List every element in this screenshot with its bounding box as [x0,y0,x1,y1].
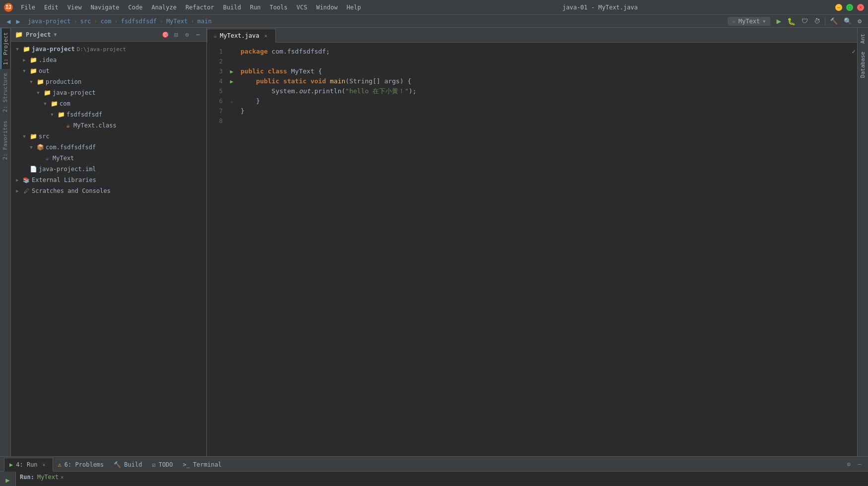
tab-todo[interactable]: ☑ TODO [147,457,178,471]
tree-label-scratches: Scratches and Consoles [32,187,111,194]
menu-build[interactable]: Build [219,3,245,12]
favorites-tab[interactable]: 2: Favorites [1,117,9,164]
code-line-4: public static void main(String[] args) { [237,76,850,86]
tree-arrow-idea: ▶ [21,57,28,63]
mytext-run-tab[interactable]: MyText [37,474,59,481]
run-tab-label: 4: Run [16,461,37,468]
search-everywhere-icon[interactable]: 🔍 [844,17,852,25]
tab-terminal[interactable]: >_ Terminal [178,457,227,471]
bottom-minimize-button[interactable]: – [855,460,864,469]
breadcrumb-src[interactable]: src [80,18,91,25]
tab-build[interactable]: 🔨 Build [109,457,147,471]
menu-file[interactable]: File [17,3,39,12]
menu-help[interactable]: Help [343,3,365,12]
run-gutter-line-4[interactable]: ▶ [227,76,237,86]
minimize-button[interactable]: – [835,4,842,11]
tab-run[interactable]: ▶ 4: Run × [4,458,53,472]
tree-label-idea: .idea [39,57,57,63]
title-bar: IJ File Edit View Navigate Code Analyze … [0,0,868,15]
nav-forward-icon[interactable]: ▶ [16,17,20,25]
breadcrumb-class[interactable]: MyText [166,18,187,25]
run-config-dropdown-icon: ▼ [763,19,765,24]
tree-item-mytext-class[interactable]: ▶ ☕ MyText.class [11,120,206,131]
window-title: java-01 - MyText.java [365,4,835,11]
run-gutter-line-3[interactable]: ▶ [227,66,237,76]
run-tab-close[interactable]: × [41,461,48,468]
ant-panel-tab[interactable]: Ant [859,30,867,48]
todo-tab-icon: ☑ [152,461,155,468]
run-tab-icon: ▶ [9,461,13,468]
scratches-icon: 🖊 [22,187,30,195]
tree-item-com-package[interactable]: ▼ 📦 com.fsdfsdfsdf [11,142,206,153]
editor-tab-mytext[interactable]: ☕ MyText.java × [207,29,276,43]
breadcrumb-package[interactable]: fsdfsdfsdf [121,18,157,25]
package-icon: 📦 [36,143,44,151]
menu-window[interactable]: Window [312,3,341,12]
tree-label-iml: java-project.iml [39,166,96,173]
tab-close-button[interactable]: × [262,32,269,39]
breakpoint-gutter-6[interactable]: ⬦ [227,96,237,106]
tree-item-out[interactable]: ▼ 📁 out [11,65,206,76]
tree-item-idea[interactable]: ▶ 📁 .idea [11,55,206,65]
gutter-line-5 [227,86,237,96]
menu-run[interactable]: Run [246,3,265,12]
tree-item-com[interactable]: ▼ 📁 com [11,98,206,109]
folder-icon-root: 📁 [22,45,30,53]
run-button[interactable]: ▶ [777,16,782,26]
run-with-coverage-button[interactable]: 🛡 [802,17,808,25]
library-icon: 📚 [22,176,30,184]
run-tab-x[interactable]: × [61,475,63,480]
breadcrumb-method[interactable]: main [197,18,212,25]
breadcrumb-java-project[interactable]: java-project [28,18,71,25]
tree-item-src[interactable]: ▼ 📁 src [11,131,206,142]
run-config-selector[interactable]: ☕ MyText ▼ [728,17,770,26]
database-panel-tab[interactable]: Database [859,48,867,82]
tree-item-root[interactable]: ▼ 📁 java-project D:\java-project [11,44,206,55]
tree-item-scratches[interactable]: ▶ 🖊 Scratches and Consoles [11,185,206,196]
tree-item-production[interactable]: ▼ 📁 production [11,76,206,87]
tree-item-fsdfsdfsdf-out[interactable]: ▼ 📁 fsdfsdfsdf [11,109,206,120]
project-dropdown-icon[interactable]: ▼ [54,32,57,37]
menu-refactor[interactable]: Refactor [182,3,218,12]
menu-edit[interactable]: Edit [40,3,62,12]
menu-bar[interactable]: File Edit View Navigate Code Analyze Ref… [17,3,365,12]
settings-button[interactable]: ⚙ [183,30,191,39]
code-content[interactable]: package com.fsdfsdfsdf; public class MyT… [237,43,850,456]
build-button[interactable]: 🔨 [830,17,838,25]
tree-arrow-java-project-inner: ▼ [35,89,42,96]
tree-label-src: src [39,133,50,140]
tree-item-mytext-java[interactable]: ▶ ☕ MyText [11,153,206,164]
menu-code[interactable]: Code [124,3,147,12]
hide-panel-button[interactable]: – [193,30,202,39]
maximize-button[interactable]: □ [846,4,853,11]
menu-vcs[interactable]: VCS [293,3,311,12]
menu-tools[interactable]: Tools [266,3,292,12]
tree-item-external-libraries[interactable]: ▶ 📚 External Libraries [11,175,206,185]
tab-problems[interactable]: ⚠ 6: Problems [53,457,109,471]
code-editor[interactable]: 1 2 3 4 5 6 7 8 ▶ ▶ ⬦ [207,43,857,456]
line-numbers: 1 2 3 4 5 6 7 8 [207,43,227,456]
nav-back-icon[interactable]: ◀ [6,17,10,25]
tree-label-java-project-inner: java-project [53,89,96,96]
folder-icon-java-project-inner: 📁 [43,89,51,97]
bottom-settings-button[interactable]: ⚙ [844,460,853,469]
profile-button[interactable]: ⏱ [814,17,820,25]
rerun-button[interactable]: ▶ [2,475,13,486]
debug-button[interactable]: 🐛 [787,17,796,25]
tree-arrow-scratches: ▶ [14,187,21,194]
tree-item-java-project-inner[interactable]: ▼ 📁 java-project [11,87,206,98]
tree-item-iml[interactable]: ▶ 📄 java-project.iml [11,164,206,175]
collapse-all-button[interactable]: ⊟ [172,30,181,39]
menu-view[interactable]: View [63,3,86,12]
tree-arrow-external-libraries: ▶ [14,177,21,183]
structure-tab[interactable]: 2: Structure [1,69,9,116]
project-panel-tab[interactable]: 1: Project [0,28,10,69]
close-button[interactable]: × [857,4,864,11]
tab-label: MyText.java [220,32,259,39]
breadcrumb-com[interactable]: com [101,18,112,25]
locate-file-button[interactable]: 🎯 [161,30,170,39]
menu-navigate[interactable]: Navigate [87,3,124,12]
settings-icon[interactable]: ⚙ [858,17,862,25]
menu-analyze[interactable]: Analyze [147,3,181,12]
tree-arrow-production: ▼ [28,78,35,85]
